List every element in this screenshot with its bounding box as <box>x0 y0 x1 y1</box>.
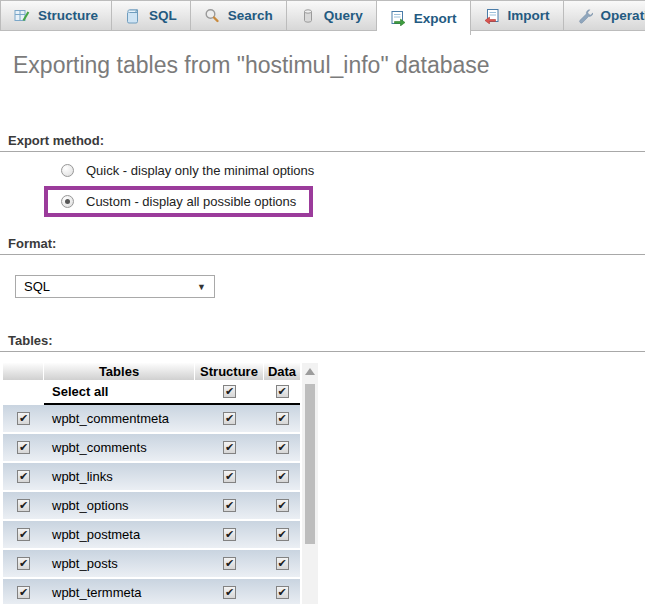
tab-operations[interactable]: Operations <box>564 0 645 31</box>
table-row: wpbt_commentmeta <box>3 405 300 432</box>
tab-label: Export <box>414 11 457 26</box>
radio-quick-label: Quick - display only the minimal options <box>86 163 314 178</box>
tab-structure[interactable]: Structure <box>0 0 112 31</box>
export-icon <box>390 10 406 26</box>
tab-import[interactable]: Import <box>471 0 564 31</box>
row-data-checkbox[interactable] <box>276 528 289 541</box>
format-select-value: SQL <box>24 279 50 294</box>
row-select-checkbox[interactable] <box>17 557 30 570</box>
tab-bar: Structure SQL Search Query Export Import <box>0 0 645 36</box>
header-checkbox-column <box>3 363 43 380</box>
custom-option-highlight: Custom - display all possible options <box>44 186 313 217</box>
export-option-quick[interactable]: Quick - display only the minimal options <box>61 161 314 179</box>
tables-label: Tables: <box>0 333 645 352</box>
select-all-row: Select all <box>3 380 300 403</box>
tab-export[interactable]: Export <box>377 0 471 35</box>
table-row: wpbt_postmeta <box>3 521 300 548</box>
row-structure-checkbox[interactable] <box>223 412 236 425</box>
header-structure: Structure <box>195 363 263 380</box>
header-tables: Tables <box>44 363 194 380</box>
sql-icon <box>125 8 141 24</box>
table-row: wpbt_options <box>3 492 300 519</box>
row-structure-checkbox[interactable] <box>223 528 236 541</box>
tab-query[interactable]: Query <box>287 0 377 31</box>
table-structure-icon <box>14 8 30 24</box>
scrollbar-thumb[interactable] <box>305 384 315 544</box>
tab-label: Query <box>324 8 363 23</box>
tab-label: Search <box>228 8 273 23</box>
row-data-checkbox[interactable] <box>276 586 289 599</box>
tab-label: SQL <box>149 8 177 23</box>
row-select-checkbox[interactable] <box>17 441 30 454</box>
row-structure-checkbox[interactable] <box>223 557 236 570</box>
tab-label: Import <box>508 8 550 23</box>
tab-sql[interactable]: SQL <box>112 0 191 31</box>
query-icon <box>300 8 316 24</box>
table-name: wpbt_termmeta <box>44 585 195 600</box>
table-row: wpbt_posts <box>3 550 300 577</box>
table-row: wpbt_comments <box>3 434 300 461</box>
table-name: wpbt_options <box>44 498 195 513</box>
page-title: Exporting tables from "hostimul_info" da… <box>13 52 490 79</box>
table-rows: wpbt_commentmeta wpbt_comments wpbt_link… <box>3 405 300 604</box>
table-row: wpbt_termmeta <box>3 579 300 604</box>
table-name: wpbt_posts <box>44 556 195 571</box>
tab-label: Structure <box>38 8 98 23</box>
row-structure-checkbox[interactable] <box>223 470 236 483</box>
tables-list: Tables Structure Data Select all wpbt_co… <box>3 363 300 604</box>
table-name: wpbt_postmeta <box>44 527 195 542</box>
row-data-checkbox[interactable] <box>276 412 289 425</box>
search-icon <box>204 8 220 24</box>
row-structure-checkbox[interactable] <box>223 586 236 599</box>
row-select-checkbox[interactable] <box>17 412 30 425</box>
row-select-checkbox[interactable] <box>17 470 30 483</box>
row-structure-checkbox[interactable] <box>223 499 236 512</box>
format-select[interactable]: SQL ▼ <box>15 275 215 298</box>
chevron-down-icon: ▼ <box>197 282 206 292</box>
tab-search[interactable]: Search <box>191 0 287 31</box>
select-all-data-checkbox[interactable] <box>276 385 289 398</box>
table-row: wpbt_links <box>3 463 300 490</box>
radio-quick[interactable] <box>61 164 74 177</box>
row-select-checkbox[interactable] <box>17 528 30 541</box>
row-select-checkbox[interactable] <box>17 499 30 512</box>
row-data-checkbox[interactable] <box>276 470 289 483</box>
header-data: Data <box>264 363 300 380</box>
row-data-checkbox[interactable] <box>276 441 289 454</box>
row-data-checkbox[interactable] <box>276 499 289 512</box>
radio-custom[interactable] <box>61 195 74 208</box>
export-method-label: Export method: <box>0 133 645 152</box>
tables-list-header: Tables Structure Data <box>3 363 300 380</box>
tables-list-scrollbar[interactable] <box>302 363 318 604</box>
table-name: wpbt_links <box>44 469 195 484</box>
row-select-checkbox[interactable] <box>17 586 30 599</box>
table-name: wpbt_comments <box>44 440 195 455</box>
export-option-custom[interactable]: Custom - display all possible options <box>48 194 296 209</box>
operations-icon <box>577 8 593 24</box>
table-name: wpbt_commentmeta <box>44 411 195 426</box>
select-all-label: Select all <box>44 384 195 399</box>
scrollbar-up-arrow-icon[interactable] <box>305 368 315 375</box>
select-all-structure-checkbox[interactable] <box>223 385 236 398</box>
row-structure-checkbox[interactable] <box>223 441 236 454</box>
row-data-checkbox[interactable] <box>276 557 289 570</box>
format-label: Format: <box>0 236 645 255</box>
import-icon <box>484 8 500 24</box>
tab-label: Operations <box>601 8 645 23</box>
radio-custom-label: Custom - display all possible options <box>86 194 296 209</box>
